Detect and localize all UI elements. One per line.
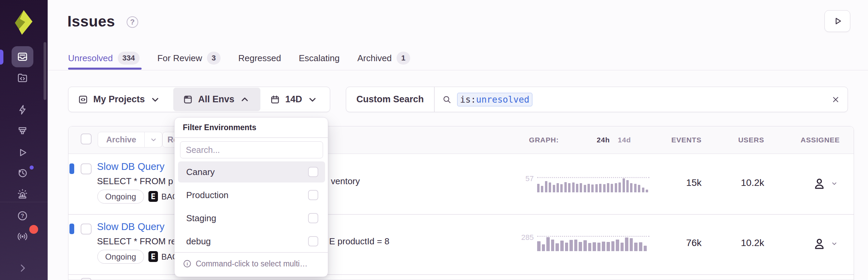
issue-sparkline-graph (537, 178, 649, 192)
archive-dropdown-toggle[interactable] (144, 132, 162, 147)
code-folder-icon (17, 72, 28, 84)
tab-archived-count: 1 (397, 52, 410, 65)
sidebar-item-explore[interactable] (16, 72, 29, 84)
env-checkbox-staging[interactable] (308, 213, 318, 223)
sidebar-item-stats[interactable] (16, 125, 29, 137)
chevron-down-icon (831, 180, 838, 187)
environment-dropdown: Filter Environments Canary Production St… (174, 117, 328, 277)
env-option-production[interactable]: Production (178, 185, 325, 206)
column-assignee: ASSIGNEE (793, 136, 840, 144)
assignee-selector[interactable] (813, 237, 838, 250)
env-checkbox-canary[interactable] (308, 167, 318, 177)
assignee-avatar-icon (813, 177, 826, 190)
users-count: 10.2k (725, 238, 764, 248)
tab-for-review[interactable]: For Review 3 (157, 52, 221, 65)
env-checkbox-debug[interactable] (308, 236, 318, 246)
active-tab-underline (68, 68, 142, 70)
sidebar-divider (0, 202, 48, 202)
chevron-down-icon (150, 94, 160, 105)
siren-icon (17, 188, 28, 200)
column-users: USERS (722, 136, 764, 144)
users-count: 10.2k (725, 177, 764, 188)
search-input[interactable] (538, 94, 826, 105)
tabs-divider (48, 70, 868, 70)
history-notification-dot (29, 164, 35, 171)
env-option-debug[interactable]: debug (178, 231, 325, 252)
env-option-canary[interactable]: Canary (178, 161, 325, 182)
dropdown-divider (175, 137, 328, 138)
play-icon (832, 16, 842, 26)
column-graph: GRAPH: (529, 136, 559, 144)
assignee-selector[interactable] (813, 177, 838, 190)
page-title: Issues (67, 13, 115, 30)
issue-state-tabs: Unresolved 334 For Review 3 Regressed Es… (68, 51, 410, 65)
date-range-filter-button[interactable]: 14D (260, 87, 328, 112)
archive-split-button[interactable]: Archive (98, 132, 162, 147)
sidebar-collapse-button[interactable] (16, 262, 29, 274)
env-option-staging[interactable]: Staging (178, 208, 325, 229)
sidebar-item-alerts[interactable] (16, 188, 29, 200)
sidebar-item-whats-new[interactable] (16, 230, 29, 243)
issue-culprit-suffix: E productId = 8 (329, 236, 389, 247)
issue-title-link[interactable]: Slow DB Query (97, 161, 164, 172)
search-icon (442, 95, 452, 104)
search-clear-button[interactable] (831, 95, 840, 104)
tab-unresolved[interactable]: Unresolved 334 (68, 52, 140, 65)
issue-search-field[interactable]: is:unresolved (435, 87, 848, 112)
chevron-right-icon (17, 262, 28, 274)
sidebar: ? (0, 0, 48, 280)
dropdown-title: Filter Environments (183, 123, 256, 132)
sidebar-item-history[interactable] (16, 167, 29, 179)
project-avatar: E (148, 251, 158, 262)
tab-escalating[interactable]: Escalating (299, 53, 340, 64)
column-events: EVENTS (657, 136, 702, 144)
environment-window-icon (183, 94, 193, 105)
sentry-logo[interactable] (12, 9, 33, 36)
issues-icon (17, 51, 28, 63)
lightning-icon (17, 104, 28, 116)
clock-history-icon (17, 167, 28, 179)
sidebar-active-accent (0, 50, 3, 65)
tab-regressed[interactable]: Regressed (238, 53, 281, 64)
whats-new-notification-dot (29, 225, 38, 234)
graph-range-14d[interactable]: 14d (618, 136, 631, 144)
issue-checkbox[interactable] (81, 278, 92, 280)
funnel-stack-icon (17, 125, 28, 137)
sidebar-scrollbar[interactable] (44, 42, 46, 100)
env-checkbox-production[interactable] (308, 190, 318, 200)
issue-sparkline-graph (537, 237, 649, 251)
status-badge: Ongoing (97, 250, 144, 264)
page-filter-bar: My Projects All Envs 14D (68, 87, 330, 112)
select-all-checkbox[interactable] (81, 134, 92, 144)
issue-checkbox[interactable] (81, 224, 92, 234)
close-icon (831, 95, 840, 104)
unread-indicator (69, 163, 74, 174)
assignee-avatar-icon (813, 237, 826, 250)
sidebar-item-performance[interactable] (16, 104, 29, 116)
issue-checkbox[interactable] (81, 163, 92, 174)
chevron-down-icon (831, 240, 838, 247)
broadcast-icon (17, 231, 28, 242)
title-help-icon[interactable]: ? (127, 16, 138, 28)
sparkline-bars (537, 178, 649, 192)
environment-search-input[interactable] (180, 141, 323, 158)
unread-indicator (69, 224, 74, 234)
events-count: 76k (661, 238, 702, 248)
sidebar-item-replays[interactable] (16, 146, 29, 159)
chevron-down-icon (307, 94, 318, 105)
environment-filter-button[interactable]: All Envs (173, 88, 260, 111)
graph-range-24h[interactable]: 24h (597, 136, 610, 144)
project-code-icon (78, 94, 88, 105)
sparkline-bars (537, 237, 649, 251)
replay-tour-button[interactable] (824, 10, 850, 32)
chevron-up-icon (240, 94, 250, 105)
search-token-is-unresolved[interactable]: is:unresolved (457, 93, 533, 106)
issue-title-link[interactable]: Slow DB Query (97, 221, 164, 232)
sidebar-item-issues[interactable] (16, 51, 29, 63)
search-bar: Custom Search is:unresolved (346, 87, 848, 112)
sidebar-item-help[interactable]: ? (16, 210, 29, 222)
tab-archived[interactable]: Archived 1 (357, 52, 410, 65)
project-filter-button[interactable]: My Projects (68, 87, 173, 112)
graph-max-label: 285 (508, 233, 534, 242)
custom-search-button[interactable]: Custom Search (346, 87, 434, 112)
